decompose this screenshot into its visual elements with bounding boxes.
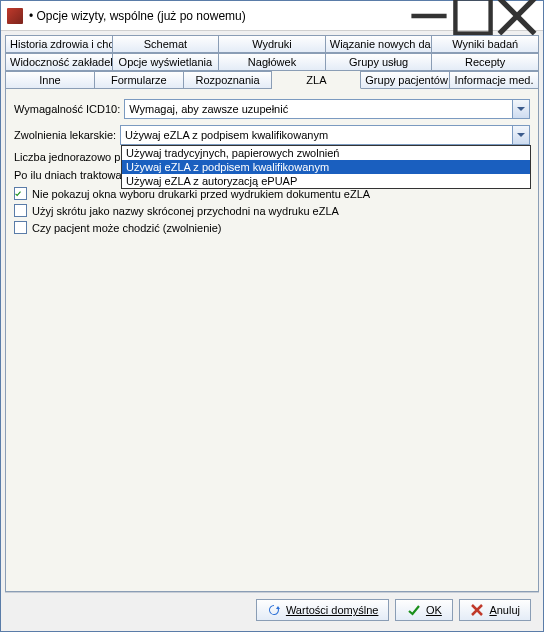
row-icd10: Wymagalność ICD10: Wymagaj, aby zawsze u…: [14, 99, 530, 119]
tab-inne[interactable]: Inne: [5, 71, 95, 89]
icd10-combo[interactable]: Wymagaj, aby zawsze uzupełnić: [124, 99, 530, 119]
tab-wyniki-bada-[interactable]: Wyniki badań: [432, 35, 539, 53]
window-title: • Opcje wizyty, wspólne (już po nowemu): [29, 9, 407, 23]
dropdown-option[interactable]: Używaj tradycyjnych, papierowych zwolnie…: [122, 146, 530, 160]
dropdown-option[interactable]: Używaj eZLA z podpisem kwalifikowanym: [122, 160, 530, 174]
check1-label: Nie pokazuj okna wyboru drukarki przed w…: [32, 188, 370, 200]
close-button[interactable]: [495, 2, 539, 30]
svg-rect-1: [455, 0, 490, 33]
window: • Opcje wizyty, wspólne (już po nowemu) …: [0, 0, 544, 632]
tab-wydruki[interactable]: Wydruki: [219, 35, 326, 53]
row-zwolnienia: Zwolnienia lekarskie: Używaj eZLA z podp…: [14, 125, 530, 145]
tab-schemat[interactable]: Schemat: [113, 35, 220, 53]
check3-row: Czy pacjent może chodzić (zwolnienie): [14, 221, 530, 234]
check1-box[interactable]: [14, 187, 27, 200]
zwolnienia-dropdown[interactable]: Używaj tradycyjnych, papierowych zwolnie…: [121, 145, 531, 189]
cancel-button[interactable]: Anuluj: [459, 599, 531, 621]
zwolnienia-value: Używaj eZLA z podpisem kwalifikowanym: [121, 129, 512, 141]
zwolnienia-combo[interactable]: Używaj eZLA z podpisem kwalifikowanym: [120, 125, 530, 145]
tab-wi-zanie-nowych-danych[interactable]: Wiązanie nowych danych: [326, 35, 433, 53]
tab-formularze[interactable]: Formularze: [95, 71, 184, 89]
check-icon: [407, 603, 421, 617]
svg-marker-4: [517, 107, 525, 111]
refresh-icon: [267, 603, 281, 617]
cancel-icon: [470, 603, 484, 617]
tab-row-1: Historia zdrowia i chorobySchematWydruki…: [5, 35, 539, 53]
defaults-label: Wartości domyślne: [286, 604, 379, 616]
cancel-label: Anuluj: [489, 604, 520, 616]
tab-zla[interactable]: ZLA: [272, 70, 361, 89]
minimize-button[interactable]: [407, 2, 451, 30]
title-bar: • Opcje wizyty, wspólne (już po nowemu): [1, 1, 543, 31]
icd10-value: Wymagaj, aby zawsze uzupełnić: [125, 103, 512, 115]
maximize-button[interactable]: [451, 2, 495, 30]
check3-box[interactable]: [14, 221, 27, 234]
check3-label: Czy pacjent może chodzić (zwolnienie): [32, 222, 222, 234]
ok-label: OK: [426, 604, 442, 616]
tab-grupy-pacjent-w[interactable]: Grupy pacjentów: [361, 71, 450, 89]
tab-row-2: Widoczność zakładekOpcje wyświetlaniaNag…: [5, 53, 539, 71]
chevron-down-icon: [512, 126, 529, 144]
tab-grupy-us-ug[interactable]: Grupy usług: [326, 53, 433, 71]
tab-content-zla: Wymagalność ICD10: Wymagaj, aby zawsze u…: [5, 89, 539, 592]
ok-button[interactable]: OK: [395, 599, 453, 621]
app-icon: [7, 8, 23, 24]
tab-widoczno-zak-adek[interactable]: Widoczność zakładek: [5, 53, 113, 71]
client-area: Historia zdrowia i chorobySchematWydruki…: [1, 31, 543, 631]
window-controls: [407, 2, 539, 30]
zwolnienia-label: Zwolnienia lekarskie:: [14, 129, 116, 141]
check2-label: Użyj skrótu jako nazwy skróconej przycho…: [32, 205, 339, 217]
liczba-label: Liczba jednorazowo p: [14, 151, 120, 163]
tab-nag-wek[interactable]: Nagłówek: [219, 53, 326, 71]
tab-informacje-med-[interactable]: Informacje med.: [450, 71, 539, 89]
poilu-label: Po ilu dniach traktowa: [14, 169, 122, 181]
tab-row-3: InneFormularzeRozpoznaniaZLAGrupy pacjen…: [5, 71, 539, 89]
tab-opcje-wy-wietlania[interactable]: Opcje wyświetlania: [113, 53, 220, 71]
chevron-down-icon: [512, 100, 529, 118]
check2-row: Użyj skrótu jako nazwy skróconej przycho…: [14, 204, 530, 217]
tab-recepty[interactable]: Recepty: [432, 53, 539, 71]
footer-bar: Wartości domyślne OK Anuluj: [5, 592, 539, 627]
defaults-button[interactable]: Wartości domyślne: [256, 599, 390, 621]
tab-rozpoznania[interactable]: Rozpoznania: [184, 71, 273, 89]
check2-box[interactable]: [14, 204, 27, 217]
tab-historia-zdrowia-i-choroby[interactable]: Historia zdrowia i choroby: [5, 35, 113, 53]
dropdown-option[interactable]: Używaj eZLA z autoryzacją ePUAP: [122, 174, 530, 188]
svg-marker-5: [517, 133, 525, 137]
icd10-label: Wymagalność ICD10:: [14, 103, 120, 115]
